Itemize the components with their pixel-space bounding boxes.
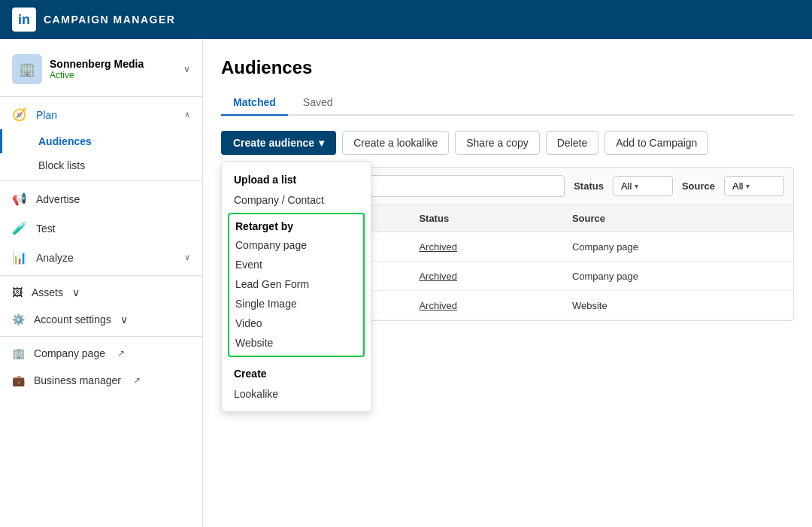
advertise-icon: 📢: [12, 192, 27, 206]
account-selector[interactable]: 🏢 Sonnenberg Media Active ∨: [0, 45, 202, 93]
delete-button[interactable]: Delete: [546, 131, 598, 155]
status-select-chevron-icon: ▾: [635, 182, 638, 190]
account-name: Sonnenberg Media: [50, 58, 176, 70]
logo-area: in CAMPAIGN MANAGER: [12, 8, 175, 32]
sidebar-divider-4: [0, 336, 202, 337]
dropdown-item-website[interactable]: Website: [229, 333, 363, 353]
audience-status-cell-1: Archived: [410, 232, 563, 262]
create-lookalike-button[interactable]: Create a lookalike: [342, 131, 449, 155]
audience-source-cell-1: Company page: [563, 232, 793, 262]
audience-status-cell-3: Archived: [410, 291, 563, 320]
sidebar-item-company-page[interactable]: 🏢 Company page ↗: [0, 340, 202, 367]
audience-source-cell-2: Company page: [563, 262, 793, 291]
action-bar: Create audience ▾ Upload a list Company …: [221, 131, 794, 155]
dropdown-item-company-contact[interactable]: Company / Contact: [222, 189, 371, 211]
sidebar-item-blocklists[interactable]: Block lists: [0, 153, 202, 177]
source-filter-label: Source: [682, 180, 715, 192]
status-filter-select[interactable]: All ▾: [613, 176, 673, 196]
dropdown-item-company-page[interactable]: Company page: [229, 235, 363, 255]
upload-section-header: Upload a list: [222, 168, 371, 189]
sidebar-item-analyze[interactable]: 📊 Analyze ∨: [0, 243, 202, 272]
audience-tabs: Matched Saved: [221, 90, 794, 116]
status-filter-label: Status: [574, 180, 604, 192]
plan-chevron-icon: ∧: [184, 110, 190, 120]
top-nav: in CAMPAIGN MANAGER: [0, 0, 812, 39]
sidebar-divider-2: [0, 180, 202, 181]
sidebar-divider-1: [0, 96, 202, 97]
account-info: Sonnenberg Media Active: [50, 58, 176, 80]
status-badge-3[interactable]: Archived: [419, 300, 457, 311]
linkedin-logo: in: [12, 8, 36, 32]
dropdown-item-lookalike[interactable]: Lookalike: [222, 383, 371, 405]
sidebar-divider-3: [0, 275, 202, 276]
retarget-section-header: Retarget by: [229, 217, 363, 235]
source-select-chevron-icon: ▾: [746, 182, 750, 190]
dropdown-item-video[interactable]: Video: [229, 313, 363, 333]
sidebar-item-label-test: Test: [36, 223, 56, 235]
company-page-icon: 🏢: [12, 347, 25, 359]
sidebar-item-assets[interactable]: 🖼 Assets ∨: [0, 279, 202, 306]
source-filter-select[interactable]: All ▾: [724, 176, 784, 196]
analyze-chevron-icon: ∨: [184, 253, 190, 262]
sidebar-item-label-analyze: Analyze: [36, 252, 74, 264]
main-layout: 🏢 Sonnenberg Media Active ∨ 🧭 Plan ∧ Aud…: [0, 39, 812, 527]
create-audience-dropdown: Upload a list Company / Contact Retarget…: [221, 161, 371, 412]
tab-saved[interactable]: Saved: [291, 90, 345, 116]
status-badge-2[interactable]: Archived: [419, 271, 457, 282]
create-audience-wrapper: Create audience ▾ Upload a list Company …: [221, 131, 336, 155]
create-audience-button[interactable]: Create audience ▾: [221, 131, 336, 155]
sidebar-item-label-assets: Assets: [32, 286, 63, 298]
plan-icon: 🧭: [12, 108, 27, 122]
app-title: CAMPAIGN MANAGER: [44, 14, 175, 26]
dropdown-item-single-image[interactable]: Single Image: [229, 294, 363, 313]
account-status: Active: [50, 70, 176, 80]
page-title: Audiences: [221, 57, 794, 78]
create-section-header: Create: [222, 362, 371, 383]
sidebar: 🏢 Sonnenberg Media Active ∨ 🧭 Plan ∧ Aud…: [0, 39, 203, 527]
tab-matched[interactable]: Matched: [221, 90, 288, 116]
sidebar-item-label-company-page: Company page: [34, 347, 105, 359]
settings-chevron-icon: ∨: [120, 313, 128, 326]
sidebar-item-account-settings[interactable]: ⚙️ Account settings ∨: [0, 306, 202, 333]
share-copy-button[interactable]: Share a copy: [455, 131, 540, 155]
sidebar-item-label-settings: Account settings: [34, 313, 111, 326]
assets-chevron-icon: ∨: [72, 286, 80, 298]
sidebar-item-label-business-manager: Business manager: [34, 374, 121, 386]
retarget-section: Retarget by Company page Event Lead Gen …: [228, 213, 365, 357]
analyze-icon: 📊: [12, 250, 27, 265]
dropdown-item-event[interactable]: Event: [229, 255, 363, 274]
external-link-icon-company: ↗: [117, 348, 125, 359]
settings-icon: ⚙️: [12, 313, 25, 326]
test-icon: 🧪: [12, 221, 27, 235]
dropdown-caret-icon: ▾: [319, 137, 324, 149]
content-area: Audiences Matched Saved Create audience …: [203, 39, 812, 527]
th-status: Status: [410, 205, 563, 232]
sidebar-item-test[interactable]: 🧪 Test: [0, 214, 202, 243]
add-to-campaign-button[interactable]: Add to Campaign: [604, 131, 708, 155]
audience-status-cell-2: Archived: [410, 262, 563, 291]
dropdown-item-lead-gen-form[interactable]: Lead Gen Form: [229, 274, 363, 294]
sidebar-item-label-advertise: Advertise: [36, 193, 80, 205]
account-chevron-icon: ∨: [183, 64, 190, 74]
sidebar-item-plan[interactable]: 🧭 Plan ∧: [0, 100, 202, 129]
sidebar-item-business-manager[interactable]: 💼 Business manager ↗: [0, 367, 202, 394]
assets-icon: 🖼: [12, 286, 23, 298]
sidebar-item-audiences[interactable]: Audiences: [0, 129, 202, 153]
avatar: 🏢: [12, 54, 42, 84]
sidebar-item-label-plan: Plan: [36, 109, 57, 121]
th-source: Source: [563, 205, 793, 232]
audience-source-cell-3: Website: [563, 291, 793, 320]
status-badge-1[interactable]: Archived: [419, 241, 457, 253]
sidebar-item-advertise[interactable]: 📢 Advertise: [0, 184, 202, 214]
external-link-icon-business: ↗: [133, 375, 141, 386]
business-manager-icon: 💼: [12, 374, 25, 386]
